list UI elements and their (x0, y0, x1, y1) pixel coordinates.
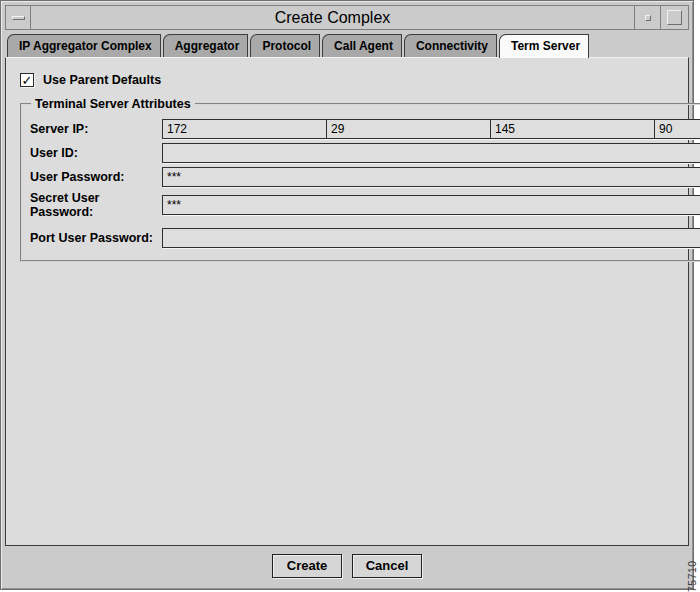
secret-user-password-row: Secret User Password: (30, 191, 700, 219)
tab-bar: IP Aggregator Complex Aggregator Protoco… (5, 30, 689, 57)
dialog-button-strip: Create Cancel (5, 546, 689, 585)
server-ip-octet-1[interactable] (162, 119, 327, 139)
tab-connectivity[interactable]: Connectivity (404, 34, 497, 57)
secret-user-password-field[interactable] (162, 195, 700, 215)
window-menu-button[interactable] (6, 6, 31, 29)
server-ip-row: Server IP: (30, 119, 700, 139)
maximize-icon (667, 10, 682, 25)
server-ip-octet-2[interactable] (326, 119, 491, 139)
terminal-server-attributes-group: Terminal Server Attributes Server IP: Us… (20, 97, 700, 262)
user-password-label: User Password: (30, 170, 162, 184)
window-title: Create Complex (31, 6, 634, 29)
cancel-button[interactable]: Cancel (352, 554, 422, 578)
term-server-tab-panel: ✓ Use Parent Defaults Terminal Server At… (5, 57, 689, 546)
tab-ip-aggregator-complex[interactable]: IP Aggregator Complex (7, 34, 161, 57)
window-menu-icon (12, 16, 25, 20)
server-ip-label: Server IP: (30, 122, 162, 136)
port-user-password-label: Port User Password: (30, 231, 162, 245)
figure-number: 75710 (686, 546, 700, 592)
tab-protocol[interactable]: Protocol (250, 34, 320, 57)
user-password-row: User Password: (30, 167, 700, 187)
server-ip-octet-3[interactable] (490, 119, 655, 139)
server-ip-fields (162, 119, 700, 139)
port-user-password-row: Port User Password: (30, 228, 700, 248)
create-button[interactable]: Create (272, 554, 342, 578)
server-ip-octet-4[interactable] (654, 119, 700, 139)
tab-call-agent[interactable]: Call Agent (322, 34, 402, 57)
group-title: Terminal Server Attributes (31, 97, 195, 111)
secret-user-password-label: Secret User Password: (30, 191, 162, 219)
user-id-field[interactable] (162, 143, 700, 163)
use-parent-defaults-label: Use Parent Defaults (43, 73, 161, 87)
user-id-row: User ID: (30, 143, 700, 163)
use-parent-defaults-checkbox[interactable]: ✓ (20, 73, 34, 87)
user-password-field[interactable] (162, 167, 700, 187)
minimize-button[interactable] (634, 6, 660, 29)
create-complex-dialog: Create Complex IP Aggregator Complex Agg… (0, 0, 694, 590)
use-parent-defaults-row: ✓ Use Parent Defaults (20, 73, 676, 87)
check-icon: ✓ (22, 74, 33, 87)
user-id-label: User ID: (30, 146, 162, 160)
minimize-icon (645, 15, 651, 21)
maximize-button[interactable] (660, 6, 688, 29)
tab-aggregator[interactable]: Aggregator (163, 34, 249, 57)
port-user-password-field[interactable] (162, 228, 700, 248)
title-bar[interactable]: Create Complex (5, 5, 689, 30)
tab-term-server[interactable]: Term Server (499, 34, 589, 58)
